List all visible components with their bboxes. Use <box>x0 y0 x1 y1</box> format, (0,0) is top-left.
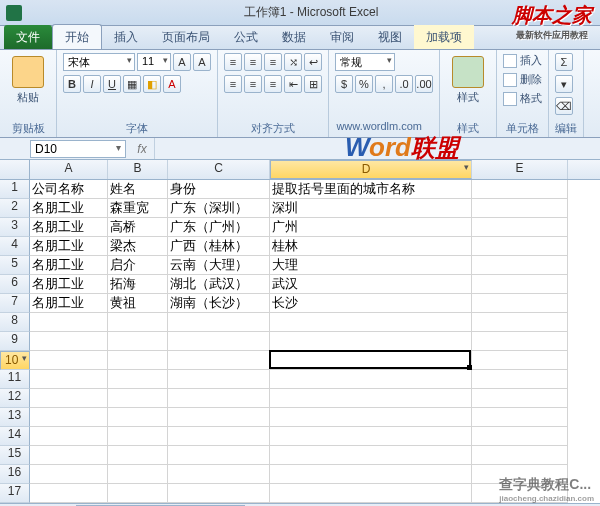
cell[interactable]: 深圳 <box>270 199 472 218</box>
cell[interactable] <box>270 351 472 370</box>
tab-file[interactable]: 文件 <box>4 25 52 49</box>
cell[interactable]: 身份 <box>168 180 270 199</box>
cell[interactable] <box>472 294 568 313</box>
row-header-14[interactable]: 14 <box>0 427 30 446</box>
cell[interactable] <box>108 465 168 484</box>
cell[interactable] <box>472 180 568 199</box>
cell[interactable]: 高桥 <box>108 218 168 237</box>
cell[interactable] <box>472 237 568 256</box>
cell[interactable] <box>168 351 270 370</box>
cell[interactable] <box>168 427 270 446</box>
wrap-button[interactable]: ↩ <box>304 53 322 71</box>
cell[interactable]: 公司名称 <box>30 180 108 199</box>
row-header-5[interactable]: 5 <box>0 256 30 275</box>
row-header-11[interactable]: 11 <box>0 370 30 389</box>
cell[interactable]: 黄祖 <box>108 294 168 313</box>
orient-button[interactable]: ⤭ <box>284 53 302 71</box>
tab-home[interactable]: 开始 <box>52 24 102 49</box>
styles-button[interactable]: 样式 <box>446 53 490 109</box>
cell[interactable]: 广州 <box>270 218 472 237</box>
cell[interactable]: 名朋工业 <box>30 275 108 294</box>
cell[interactable] <box>270 332 472 351</box>
row-header-6[interactable]: 6 <box>0 275 30 294</box>
tab-data[interactable]: 数据 <box>270 25 318 49</box>
cell[interactable] <box>30 370 108 389</box>
cell[interactable] <box>472 351 568 370</box>
cell[interactable]: 武汉 <box>270 275 472 294</box>
italic-button[interactable]: I <box>83 75 101 93</box>
cell[interactable] <box>472 408 568 427</box>
cell[interactable] <box>270 313 472 332</box>
row-header-17[interactable]: 17 <box>0 484 30 503</box>
cell[interactable] <box>108 332 168 351</box>
cell[interactable] <box>270 484 472 503</box>
cell[interactable] <box>108 351 168 370</box>
cell[interactable] <box>30 408 108 427</box>
row-header-2[interactable]: 2 <box>0 199 30 218</box>
row-header-3[interactable]: 3 <box>0 218 30 237</box>
name-box[interactable]: D10▾ <box>30 140 126 158</box>
dec-dec-button[interactable]: .00 <box>415 75 433 93</box>
cell[interactable]: 广西（桂林） <box>168 237 270 256</box>
cell-area[interactable]: 公司名称姓名身份提取括号里面的城市名称名朋工业森重宽广东（深圳）深圳名朋工业高桥… <box>30 180 568 503</box>
cell[interactable] <box>472 275 568 294</box>
cell[interactable] <box>30 446 108 465</box>
autosum-button[interactable]: Σ <box>555 53 573 71</box>
cell[interactable] <box>472 446 568 465</box>
cell[interactable] <box>168 332 270 351</box>
align-right-button[interactable]: ≡ <box>264 75 282 93</box>
cell[interactable] <box>108 389 168 408</box>
row-header-9[interactable]: 9 <box>0 332 30 351</box>
cell[interactable] <box>270 370 472 389</box>
row-header-1[interactable]: 1 <box>0 180 30 199</box>
tab-formula[interactable]: 公式 <box>222 25 270 49</box>
cell[interactable] <box>270 427 472 446</box>
col-header-E[interactable]: E <box>472 160 568 179</box>
cell[interactable]: 湖北（武汉） <box>168 275 270 294</box>
shrink-font-button[interactable]: A <box>193 53 211 71</box>
insert-cell-button[interactable]: 插入 <box>503 53 542 68</box>
cell[interactable]: 提取括号里面的城市名称 <box>270 180 472 199</box>
cell[interactable] <box>270 465 472 484</box>
row-header-13[interactable]: 13 <box>0 408 30 427</box>
paste-button[interactable]: 粘贴 <box>6 53 50 109</box>
cell[interactable]: 姓名 <box>108 180 168 199</box>
number-format-select[interactable]: 常规 <box>335 53 395 71</box>
cell[interactable]: 名朋工业 <box>30 199 108 218</box>
border-button[interactable]: ▦ <box>123 75 141 93</box>
cell[interactable] <box>270 389 472 408</box>
cell[interactable] <box>472 370 568 389</box>
cell[interactable]: 名朋工业 <box>30 294 108 313</box>
cell[interactable] <box>30 389 108 408</box>
cell[interactable]: 名朋工业 <box>30 218 108 237</box>
cell[interactable] <box>168 484 270 503</box>
fill-color-button[interactable]: ◧ <box>143 75 161 93</box>
cell[interactable] <box>108 446 168 465</box>
font-name-select[interactable]: 宋体 <box>63 53 135 71</box>
col-header-C[interactable]: C <box>168 160 270 179</box>
tab-review[interactable]: 审阅 <box>318 25 366 49</box>
cell[interactable] <box>472 218 568 237</box>
tab-insert[interactable]: 插入 <box>102 25 150 49</box>
cell[interactable] <box>472 199 568 218</box>
cell[interactable] <box>472 427 568 446</box>
cell[interactable] <box>108 427 168 446</box>
underline-button[interactable]: U <box>103 75 121 93</box>
tab-layout[interactable]: 页面布局 <box>150 25 222 49</box>
col-header-B[interactable]: B <box>108 160 168 179</box>
cell[interactable] <box>270 446 472 465</box>
cell[interactable] <box>30 351 108 370</box>
delete-cell-button[interactable]: 删除 <box>503 72 542 87</box>
cell[interactable] <box>30 465 108 484</box>
align-mid-button[interactable]: ≡ <box>244 53 262 71</box>
row-header-15[interactable]: 15 <box>0 446 30 465</box>
cell[interactable] <box>168 370 270 389</box>
cell[interactable] <box>168 389 270 408</box>
cell[interactable] <box>108 484 168 503</box>
bold-button[interactable]: B <box>63 75 81 93</box>
cell[interactable]: 长沙 <box>270 294 472 313</box>
cell[interactable] <box>108 313 168 332</box>
cell[interactable] <box>168 408 270 427</box>
cell[interactable] <box>30 313 108 332</box>
merge-button[interactable]: ⊞ <box>304 75 322 93</box>
